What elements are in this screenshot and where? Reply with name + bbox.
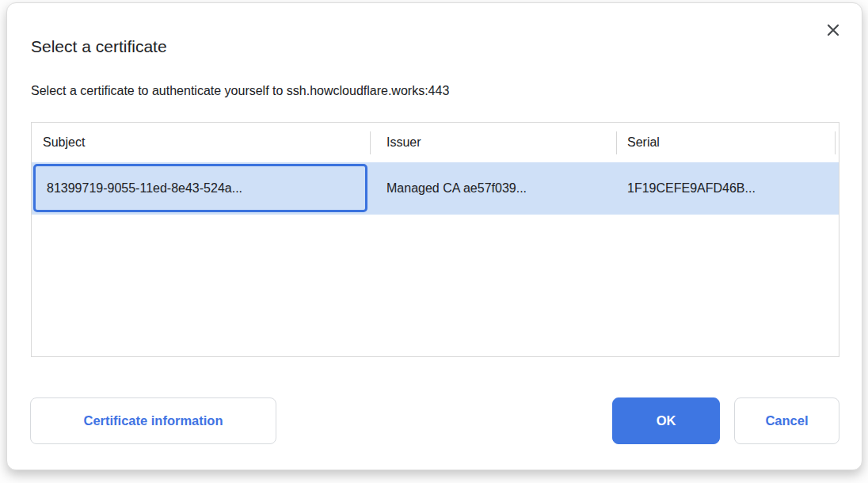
column-header-serial[interactable]: Serial [627, 123, 660, 162]
cell-issuer: Managed CA ae57f039... [386, 162, 527, 215]
close-button[interactable] [822, 19, 844, 41]
close-icon [825, 22, 841, 38]
column-separator [616, 131, 617, 154]
table-row[interactable]: 81399719-9055-11ed-8e43-524a... Managed … [32, 162, 839, 215]
dialog-subtitle: Select a certificate to authenticate you… [31, 84, 449, 98]
column-separator [835, 131, 836, 154]
cell-serial: 1F19CEFE9AFD46B... [627, 162, 756, 215]
cancel-button[interactable]: Cancel [734, 397, 839, 444]
column-header-issuer[interactable]: Issuer [386, 123, 421, 162]
certificate-information-button[interactable]: Certificate information [30, 397, 276, 444]
table-header-row: Subject Issuer Serial [32, 123, 839, 162]
column-separator [370, 131, 371, 154]
ok-button[interactable]: OK [612, 397, 720, 444]
cell-subject: 81399719-9055-11ed-8e43-524a... [47, 162, 242, 215]
certificate-select-dialog: Select a certificate Select a certificat… [6, 2, 862, 470]
column-header-subject[interactable]: Subject [43, 123, 85, 162]
certificate-table: Subject Issuer Serial 81399719-9055-11ed… [31, 122, 839, 357]
dialog-title: Select a certificate [31, 37, 167, 56]
